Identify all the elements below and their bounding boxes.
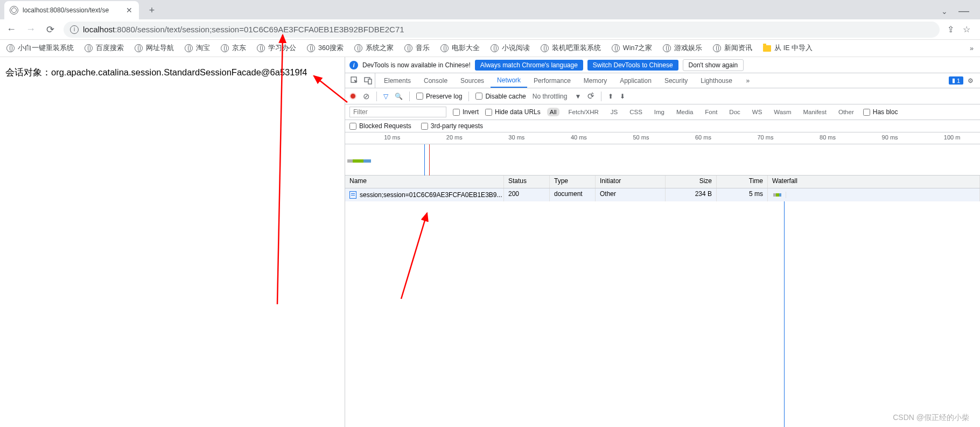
tab-network[interactable]: Network [491,73,527,88]
bookmark-folder[interactable]: 从 IE 中导入 [763,44,813,53]
chevron-down-icon[interactable]: ⌄ [941,7,948,16]
third-party-checkbox[interactable]: 3rd-party requests [421,122,483,130]
globe-icon [6,44,15,52]
bookmark-star-icon[interactable]: ☆ [963,24,970,34]
bookmark-item[interactable]: 系统之家 [354,44,394,53]
bookmark-item[interactable]: 电影大全 [440,44,480,53]
network-table: Name Status Type Initiator Size Time Wat… [345,176,980,427]
globe-icon [307,44,315,52]
filter-toggle-icon[interactable]: ▽ [383,93,388,100]
bookmark-item[interactable]: 游戏娱乐 [663,44,702,53]
invert-checkbox[interactable]: Invert [453,108,479,116]
reload-button[interactable]: ⟳ [44,24,56,36]
back-button[interactable]: ← [5,24,17,36]
bookmark-item[interactable]: 360搜索 [307,44,344,53]
col-header-name[interactable]: Name [345,176,504,188]
inspect-icon[interactable] [347,73,361,88]
record-button[interactable] [349,93,356,100]
has-blocked-checkbox[interactable]: Has bloc [863,108,898,116]
preserve-log-checkbox[interactable]: Preserve log [416,93,462,100]
globe-icon [404,44,412,52]
bookmark-item[interactable]: 新闻资讯 [713,44,752,53]
minimize-icon[interactable]: — [958,5,969,17]
bookmark-item[interactable]: Win7之家 [612,44,652,53]
site-info-icon[interactable]: i [70,25,79,34]
bookmark-item[interactable]: 网址导航 [135,44,174,53]
network-timeline[interactable]: 10 ms 20 ms 30 ms 40 ms 50 ms 60 ms 70 m… [345,132,980,176]
device-toggle-icon[interactable] [361,73,375,88]
bookmarks-bar: 小白一键重装系统 百度搜索 网址导航 淘宝 京东 学习办公 360搜索 系统之家… [0,40,980,57]
type-filter-font[interactable]: Font [702,108,720,116]
issues-badge[interactable]: ▮ 1 [949,76,963,85]
tab-lighthouse[interactable]: Lighthouse [694,73,739,88]
watermark: CSDN @假正经的小柴 [893,413,969,423]
type-filter-all[interactable]: All [547,108,559,116]
globe-icon [663,44,671,52]
col-header-type[interactable]: Type [550,176,596,188]
share-icon[interactable]: ⇪ [947,24,954,34]
search-icon[interactable]: 🔍 [395,93,403,100]
bookmark-item[interactable]: 学习办公 [257,44,296,53]
infobar-message: DevTools is now available in Chinese! [362,61,471,69]
globe-icon [612,44,620,52]
tab-sources[interactable]: Sources [454,73,491,88]
switch-language-button[interactable]: Switch DevTools to Chinese [587,60,678,71]
settings-icon[interactable]: ⚙ [968,77,974,85]
export-har-icon[interactable]: ⬇ [620,93,625,100]
tab-application[interactable]: Application [613,73,658,88]
type-filter-manifest[interactable]: Manifest [801,108,829,116]
type-filter-media[interactable]: Media [674,108,696,116]
network-conditions-icon[interactable]: ⟳̂ [587,92,594,101]
forward-button[interactable]: → [25,24,37,36]
col-header-initiator[interactable]: Initiator [596,176,666,188]
throttling-select[interactable]: No throttling▼ [533,93,582,100]
bookmark-item[interactable]: 小说阅读 [491,44,530,53]
more-tabs-icon[interactable]: » [741,73,755,88]
bookmarks-overflow-icon[interactable]: » [970,45,974,52]
match-language-button[interactable]: Always match Chrome's language [475,60,583,71]
blocked-requests-checkbox[interactable]: Blocked Requests [349,122,411,130]
bookmark-item[interactable]: 淘宝 [185,44,210,53]
bookmark-item[interactable]: 音乐 [404,44,430,53]
tab-console[interactable]: Console [417,73,454,88]
type-filter-doc[interactable]: Doc [726,108,743,116]
import-har-icon[interactable]: ⬆ [608,93,613,100]
bookmark-item[interactable]: 京东 [221,44,246,53]
globe-icon [257,44,265,52]
type-filter-js[interactable]: JS [608,108,620,116]
tab-memory[interactable]: Memory [577,73,613,88]
tab-performance[interactable]: Performance [527,73,577,88]
globe-icon [185,44,193,52]
type-filter-other[interactable]: Other [836,108,857,116]
tab-elements[interactable]: Elements [377,73,417,88]
col-header-time[interactable]: Time [717,176,768,188]
col-header-status[interactable]: Status [504,176,550,188]
browser-tab[interactable]: localhost:8080/session/text/se ✕ [4,1,139,19]
devtools-infobar: i DevTools is now available in Chinese! … [345,57,980,73]
disable-cache-checkbox[interactable]: Disable cache [475,93,526,100]
network-request-row[interactable]: session;session=01C6C69AE3FCFA0EB1E3B9..… [345,188,980,201]
type-filter-ws[interactable]: WS [750,108,765,116]
network-table-header: Name Status Type Initiator Size Time Wat… [345,176,980,188]
filter-input[interactable] [349,107,446,117]
bookmark-item[interactable]: 百度搜索 [85,44,124,53]
folder-icon [763,45,771,52]
type-filter-wasm[interactable]: Wasm [771,108,794,116]
tab-security[interactable]: Security [658,73,694,88]
bookmark-item[interactable]: 装机吧重装系统 [541,44,601,53]
new-tab-button[interactable]: + [144,3,159,18]
col-header-waterfall[interactable]: Waterfall [768,176,980,188]
globe-icon [10,6,18,15]
globe-icon [713,44,721,52]
type-filter-css[interactable]: CSS [627,108,645,116]
bookmark-item[interactable]: 小白一键重装系统 [6,44,74,53]
col-header-size[interactable]: Size [666,176,717,188]
close-tab-icon[interactable]: ✕ [125,6,134,15]
hide-data-urls-checkbox[interactable]: Hide data URLs [485,108,541,116]
dont-show-button[interactable]: Don't show again [683,59,744,71]
url-bar[interactable]: i localhost:8080/session/text/session;se… [64,22,940,38]
page-body-text: 会话对象：org.apache.catalina.session.Standar… [5,67,307,77]
clear-icon[interactable]: ⊘ [363,92,370,101]
type-filter-fetch[interactable]: Fetch/XHR [566,108,601,116]
type-filter-img[interactable]: Img [652,108,667,116]
